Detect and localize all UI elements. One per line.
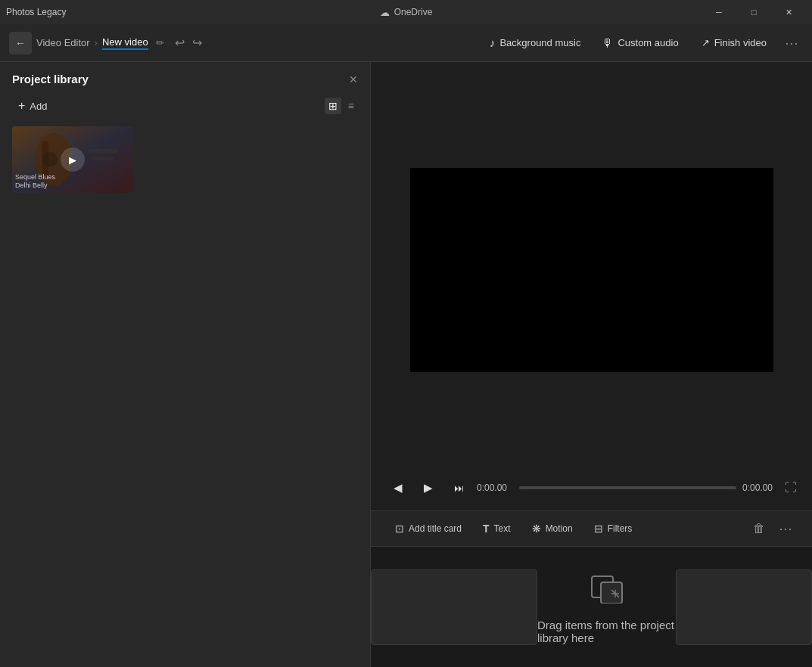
background-music-label: Background music: [499, 37, 580, 48]
filters-button[interactable]: ⊟ Filters: [585, 518, 642, 539]
filters-label: Filters: [608, 523, 633, 534]
item-label-line2: Delhi Belly: [15, 181, 55, 190]
text-label: Text: [494, 523, 511, 534]
undo-button[interactable]: ↩: [175, 36, 185, 50]
svg-point-3: [42, 152, 58, 167]
svg-rect-4: [88, 149, 118, 153]
text-icon: T: [483, 523, 490, 535]
project-library-panel: Project library ✕ + Add ⊞ ≡: [0, 62, 371, 667]
add-label: Add: [30, 101, 47, 112]
back-button[interactable]: ←: [9, 32, 32, 54]
library-item[interactable]: ▶ Sequel Blues Delhi Belly: [12, 126, 133, 193]
app-title: Photos Legacy: [6, 7, 66, 17]
add-media-button[interactable]: + Add: [12, 96, 53, 116]
onedrive-icon: ☁: [380, 7, 390, 18]
edit-title-icon[interactable]: ✏: [156, 37, 164, 48]
timeline-area: Drag items from the project library here: [371, 546, 812, 667]
toolbar: ← Video Editor › New video ✏ ↩ ↪ ♪ Backg…: [0, 24, 812, 62]
drop-zone-icon: [590, 570, 624, 610]
playback-controls: ◀ ▶ ⏭ 0:00.00 0:00.00 ⛶: [371, 470, 812, 510]
motion-icon: ❋: [532, 523, 541, 535]
timeline-more-button[interactable]: ⋯: [774, 517, 797, 540]
right-panel: ◀ ▶ ⏭ 0:00.00 0:00.00 ⛶ ⊡ Add title card…: [371, 62, 812, 667]
redo-icon[interactable]: ↪: [192, 36, 202, 50]
current-time-display: 0:00.00: [477, 482, 513, 493]
video-screen: [410, 168, 773, 372]
text-button[interactable]: T Text: [474, 518, 520, 539]
add-plus-icon: +: [18, 99, 25, 113]
library-toolbar: + Add ⊞ ≡: [0, 92, 370, 120]
add-title-card-button[interactable]: ⊡ Add title card: [386, 518, 471, 539]
window-controls: ─ □ ✕: [702, 0, 806, 24]
video-preview-area: [371, 62, 812, 470]
progress-bar[interactable]: [519, 486, 736, 489]
onedrive-area: ☁ OneDrive: [380, 7, 433, 18]
play-pause-icon: ▶: [424, 481, 433, 495]
item-label-line1: Sequel Blues: [15, 173, 55, 181]
motion-button[interactable]: ❋ Motion: [523, 518, 582, 539]
background-music-button[interactable]: ♪ Background music: [481, 32, 590, 54]
timeline-drop-zone[interactable]: Drag items from the project library here: [537, 554, 676, 660]
motion-label: Motion: [546, 523, 573, 534]
finish-icon: ↗: [702, 37, 710, 48]
filters-icon: ⊟: [594, 523, 603, 535]
item-label: Sequel Blues Delhi Belly: [15, 173, 55, 190]
collapse-panel-button[interactable]: ✕: [349, 73, 358, 85]
custom-audio-label: Custom audio: [618, 37, 678, 48]
title-bar: Photos Legacy ☁ OneDrive ─ □ ✕: [0, 0, 812, 24]
list-view-button[interactable]: ≡: [344, 98, 358, 114]
svg-rect-5: [92, 157, 114, 160]
audio-icon: 🎙: [602, 36, 613, 49]
onedrive-label: OneDrive: [394, 7, 433, 17]
view-toggle: ⊞ ≡: [325, 98, 358, 114]
project-library-header: Project library ✕: [0, 62, 370, 92]
close-button[interactable]: ✕: [771, 0, 806, 24]
breadcrumb-separator: ›: [95, 37, 98, 48]
expand-button[interactable]: ⛶: [785, 481, 797, 495]
add-title-card-icon: ⊡: [395, 523, 404, 535]
breadcrumb: Video Editor › New video: [36, 36, 148, 50]
skip-back-icon: ◀: [394, 481, 403, 495]
skip-back-button[interactable]: ◀: [386, 476, 410, 500]
play-icon: ▶: [69, 154, 76, 166]
restore-button[interactable]: □: [736, 0, 771, 24]
total-time-display: 0:00.00: [742, 482, 779, 493]
delete-clip-button[interactable]: 🗑: [747, 519, 771, 538]
play-pause-button[interactable]: ▶: [416, 476, 440, 500]
toolbar-more-button[interactable]: ⋯: [780, 32, 803, 54]
project-library-title: Project library: [12, 73, 89, 85]
skip-forward-icon: ⏭: [454, 482, 464, 494]
toolbar-right: ♪ Background music 🎙 Custom audio ↗ Fini…: [481, 32, 803, 54]
main-content: Project library ✕ + Add ⊞ ≡: [0, 62, 812, 667]
library-grid: ▶ Sequel Blues Delhi Belly: [0, 120, 370, 199]
library-item-thumbnail: ▶ Sequel Blues Delhi Belly: [12, 126, 133, 193]
skip-forward-button[interactable]: ⏭: [446, 476, 471, 500]
grid-view-button[interactable]: ⊞: [325, 98, 341, 114]
finish-video-label: Finish video: [714, 37, 767, 48]
timeline-clip-right: [676, 569, 812, 645]
timeline-clip-left: [371, 569, 537, 645]
toolbar-left: ← Video Editor › New video ✏ ↩ ↪: [9, 32, 481, 54]
breadcrumb-current: New video: [102, 36, 148, 50]
breadcrumb-parent[interactable]: Video Editor: [36, 37, 90, 48]
play-button-overlay[interactable]: ▶: [61, 147, 85, 172]
music-icon: ♪: [490, 36, 496, 49]
grid-view-icon: ⊞: [328, 100, 338, 112]
custom-audio-button[interactable]: 🎙 Custom audio: [593, 32, 687, 54]
svg-rect-7: [601, 582, 622, 603]
list-view-icon: ≡: [348, 100, 354, 112]
drop-zone-text: Drag items from the project library here: [537, 619, 676, 644]
minimize-button[interactable]: ─: [702, 0, 736, 24]
timeline-toolbar: ⊡ Add title card T Text ❋ Motion ⊟ Filte…: [371, 510, 812, 546]
back-icon: ←: [15, 37, 26, 49]
add-title-card-label: Add title card: [409, 523, 462, 534]
finish-video-button[interactable]: ↗ Finish video: [691, 33, 777, 53]
